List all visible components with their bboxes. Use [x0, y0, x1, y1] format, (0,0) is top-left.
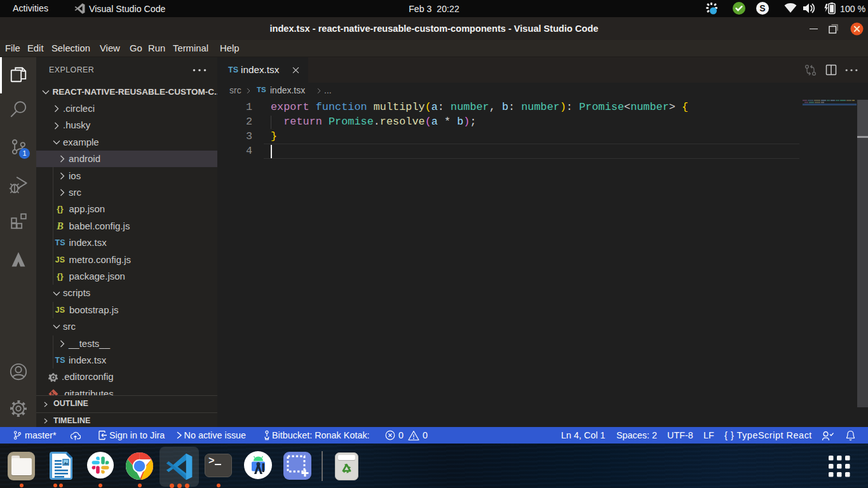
svg-text:S: S: [759, 3, 765, 13]
